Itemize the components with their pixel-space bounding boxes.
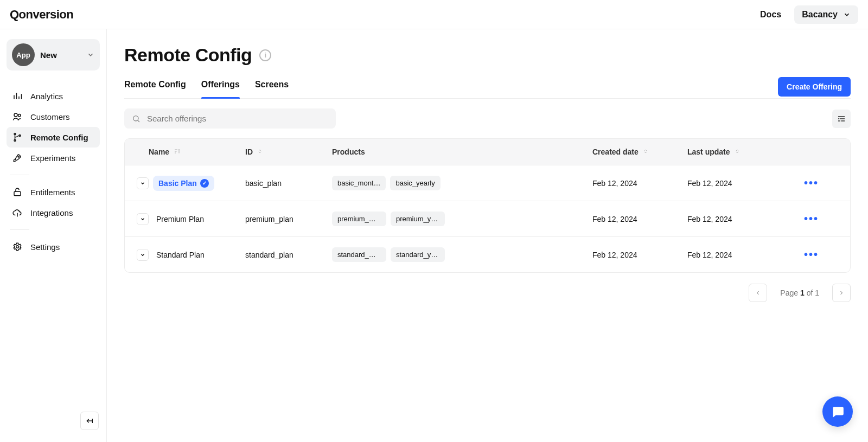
create-offering-button[interactable]: Create Offering [778,77,851,97]
product-chip: standard_ye… [391,247,445,262]
svg-point-15 [133,116,138,120]
svg-rect-10 [14,191,21,196]
pager-next-button[interactable] [832,284,851,302]
app-selector[interactable]: App New [7,39,100,71]
sidebar-item-label: Settings [30,242,60,252]
lock-open-icon [12,187,23,197]
offering-updated: Feb 12, 2024 [680,215,788,223]
offering-created: Feb 12, 2024 [585,215,680,223]
row-actions-button[interactable]: ••• [788,213,832,225]
offering-name-badge: Basic Plan✓ [153,176,214,191]
sidebar-item-label: Customers [30,112,70,121]
chevron-down-icon [843,11,851,18]
sidebar-item-label: Entitlements [30,188,75,197]
main-content: Remote Config i Remote Config Offerings … [107,29,868,442]
org-selector[interactable]: Bacancy [794,5,858,24]
svg-point-12 [16,246,19,248]
column-header-label: Last update [687,148,730,156]
column-header-label: Products [332,148,365,156]
offering-id: standard_plan [238,251,324,259]
svg-point-9 [18,156,19,157]
sidebar-item-settings[interactable]: Settings [7,236,100,257]
product-chip: basic_mont… [332,176,386,190]
column-header-label: Name [149,148,169,156]
expand-row-button[interactable] [137,213,149,225]
top-bar: Qonversion Docs Bacancy [0,0,868,29]
sidebar-item-label: Experiments [30,153,75,163]
svg-point-4 [14,113,17,117]
chart-bar-icon [12,91,23,101]
sort-icon [735,149,740,155]
cloud-icon [12,208,23,217]
sidebar-item-analytics[interactable]: Analytics [7,86,100,106]
search-field[interactable] [124,108,336,129]
row-actions-button[interactable]: ••• [788,248,832,261]
app-avatar: App [12,43,35,66]
sidebar-item-remote-config[interactable]: Remote Config [7,127,100,148]
sidebar-item-entitlements[interactable]: Entitlements [7,182,100,202]
table-row[interactable]: Premium Planpremium_planpremium_m…premiu… [125,201,850,236]
pager-prev-button[interactable] [749,284,767,302]
offering-name: Premium Plan [156,215,204,223]
docs-link[interactable]: Docs [760,10,781,20]
sidebar-item-label: Integrations [30,208,73,217]
product-chip: premium_ye… [391,212,445,226]
expand-row-button[interactable] [137,249,149,261]
offering-updated: Feb 12, 2024 [680,251,788,259]
svg-point-6 [14,133,16,135]
product-chip: standard_m… [332,247,386,262]
tabs: Remote Config Offerings Screens [124,75,289,98]
sort-asc-icon [174,148,180,156]
pagination: Page 1 of 1 [124,284,851,318]
app-name: New [40,50,81,60]
svg-line-16 [138,120,139,121]
offerings-table: Name ID Products Created date [124,138,851,273]
sort-icon [257,149,263,155]
column-header-created[interactable]: Created date [585,148,680,156]
offering-updated: Feb 12, 2024 [680,179,788,188]
collapse-sidebar-button[interactable] [80,412,99,430]
column-header-id[interactable]: ID [238,148,324,156]
info-icon[interactable]: i [259,49,271,61]
tab-offerings[interactable]: Offerings [201,75,240,98]
users-icon [12,112,23,121]
column-header-label: ID [245,148,253,156]
offering-id: premium_plan [238,215,324,223]
sidebar: App New Analytics Customers Remote Confi… [0,29,107,442]
expand-row-button[interactable] [137,177,149,189]
table-settings-button[interactable] [832,110,851,128]
sidebar-item-label: Analytics [30,92,63,101]
offering-name: Standard Plan [156,251,205,259]
chat-widget-button[interactable] [822,396,853,427]
offering-id: basic_plan [238,179,324,188]
offering-created: Feb 12, 2024 [585,179,680,188]
svg-point-7 [14,140,16,142]
search-input[interactable] [147,114,328,123]
sidebar-item-integrations[interactable]: Integrations [7,202,100,223]
sort-icon [643,149,648,155]
nav-divider [10,229,29,230]
offering-created: Feb 12, 2024 [585,251,680,259]
product-chip: premium_m… [332,212,386,226]
rocket-icon [12,153,23,163]
org-name: Bacancy [802,10,838,20]
svg-point-5 [18,114,21,117]
row-actions-button[interactable]: ••• [788,177,832,189]
column-header-products: Products [324,148,585,156]
tab-remote-config[interactable]: Remote Config [124,75,186,98]
tab-screens[interactable]: Screens [255,75,289,98]
table-row[interactable]: Standard Planstandard_planstandard_m…sta… [125,236,850,272]
logo: Qonversion [10,8,73,22]
sidebar-item-customers[interactable]: Customers [7,106,100,127]
search-icon [132,114,141,123]
column-header-updated[interactable]: Last update [680,148,788,156]
chevron-down-icon [87,51,94,59]
table-header: Name ID Products Created date [125,139,850,165]
offering-products: standard_m…standard_ye… [324,247,585,262]
column-header-name[interactable]: Name [129,148,238,156]
table-row[interactable]: Basic Plan✓basic_planbasic_mont…basic_ye… [125,165,850,201]
sidebar-item-label: Remote Config [30,133,88,142]
nav-divider [10,175,29,175]
branch-icon [12,132,23,142]
sidebar-item-experiments[interactable]: Experiments [7,148,100,168]
